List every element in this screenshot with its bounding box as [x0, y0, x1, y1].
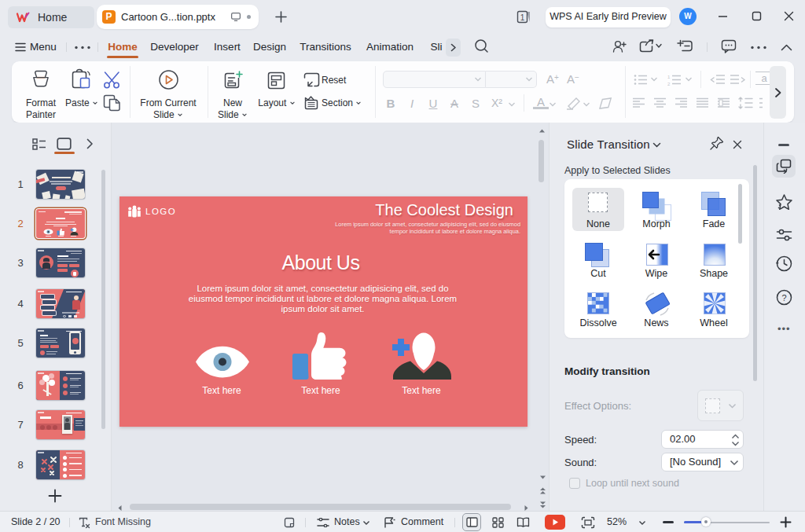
svg-text:?: ?: [781, 293, 786, 303]
svg-text:2: 2: [667, 82, 671, 86]
svg-text:1: 1: [667, 75, 671, 79]
svg-text:1: 1: [520, 13, 525, 22]
